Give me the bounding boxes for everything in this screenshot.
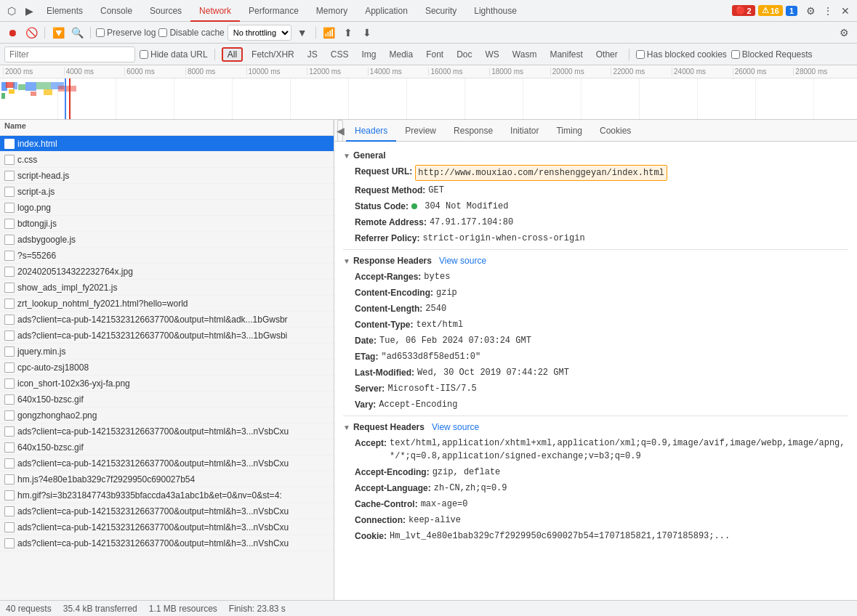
error-badge[interactable]: 🔴 2 (732, 5, 755, 16)
tab-performance[interactable]: Performance (240, 0, 307, 22)
list-item[interactable]: 20240205134322232764x.jpg (0, 264, 334, 280)
list-item[interactable]: ads?client=ca-pub-14215323126637700&outp… (0, 312, 334, 328)
filter-ws-button[interactable]: WS (481, 47, 504, 62)
list-item[interactable]: ads?client=ca-pub-14215323126637700&outp… (0, 455, 334, 471)
divider-2 (343, 416, 848, 416)
request-headers-view-source-link[interactable]: View source (432, 422, 479, 432)
info-badge[interactable]: 1 (786, 6, 797, 16)
filter-js-button[interactable]: JS (303, 47, 322, 62)
disable-cache-checkbox[interactable]: Disable cache (158, 28, 224, 38)
close-devtools-icon[interactable]: ✕ (837, 2, 854, 20)
blocked-requests-checkbox[interactable]: Blocked Requests (731, 49, 813, 60)
tab-cookies[interactable]: Cookies (591, 120, 640, 142)
tab-security[interactable]: Security (417, 0, 465, 22)
list-item[interactable]: 640x150-bzsc.gif (0, 392, 334, 408)
filter-manifest-button[interactable]: Manifest (545, 47, 587, 62)
list-item[interactable]: gongzhonghao2.png (0, 408, 334, 423)
list-item[interactable]: hm.js?4e80e1bab329c7f2929950c690027b54 (0, 471, 334, 487)
filter-input[interactable] (4, 46, 135, 62)
list-item[interactable]: adsbygoogle.js (0, 232, 334, 248)
filter-img-button[interactable]: Img (357, 47, 380, 62)
filter-css-button[interactable]: CSS (326, 47, 353, 62)
tab-lighthouse[interactable]: Lighthouse (465, 0, 526, 22)
tab-headers[interactable]: Headers (346, 120, 396, 142)
list-item[interactable]: ads?client=ca-pub-14215323126637700&outp… (0, 535, 334, 551)
throttle-select[interactable]: No throttling (228, 25, 291, 41)
hide-data-url-checkbox[interactable]: Hide data URL (140, 49, 208, 60)
filter-media-button[interactable]: Media (385, 47, 417, 62)
has-blocked-cookies-checkbox[interactable]: Has blocked cookies (636, 49, 727, 60)
timeline-tick: 8000 ms (185, 68, 246, 76)
disable-cache-input[interactable] (158, 28, 167, 37)
request-list-body[interactable]: index.htmlc.cssscript-head.jsscript-a.js… (0, 136, 334, 600)
list-item[interactable]: zrt_lookup_nohtml_fy2021.html?hello=worl… (0, 296, 334, 312)
tab-network[interactable]: Network (190, 0, 240, 22)
list-item[interactable]: bdtongji.js (0, 216, 334, 232)
response-headers-view-source-link[interactable]: View source (439, 256, 486, 266)
settings-icon[interactable]: ⚙ (802, 2, 819, 20)
response-header-row: Last-Modified:Wed, 30 Oct 2019 07:44:22 … (343, 365, 848, 381)
throttle-down-icon[interactable]: ▼ (294, 25, 310, 41)
preserve-log-input[interactable] (96, 28, 105, 37)
devtools-logo-icon[interactable]: ⬡ (3, 2, 20, 20)
filter-font-button[interactable]: Font (422, 47, 448, 62)
search-icon[interactable]: 🔍 (69, 25, 85, 41)
list-item[interactable]: ads?client=ca-pub-14215323126637700&outp… (0, 503, 334, 519)
tab-response[interactable]: Response (445, 120, 502, 142)
list-item[interactable]: index.html (0, 136, 334, 152)
list-item[interactable]: script-head.js (0, 168, 334, 184)
list-item[interactable]: ads?client=ca-pub-14215323126637700&outp… (0, 519, 334, 535)
network-settings-icon[interactable]: ⚙ (835, 24, 853, 41)
download-icon[interactable]: ⬇ (359, 25, 375, 41)
list-item[interactable]: icon_short-102x36-yxj-fa.png (0, 376, 334, 392)
list-item[interactable]: show_ads_impl_fy2021.js (0, 280, 334, 296)
more-options-icon[interactable]: ⋮ (819, 2, 837, 20)
filter-wasm-button[interactable]: Wasm (508, 47, 542, 62)
tab-console[interactable]: Console (92, 0, 141, 22)
file-icon (4, 267, 15, 277)
filter-fetch-xhr-button[interactable]: Fetch/XHR (247, 47, 299, 62)
has-blocked-cookies-input[interactable] (636, 50, 645, 59)
tab-preview[interactable]: Preview (396, 120, 445, 142)
list-item[interactable]: ads?client=ca-pub-14215323126637700&outp… (0, 328, 334, 344)
record-button[interactable]: ⏺ (4, 25, 20, 41)
response-headers-section-header[interactable]: ▼ Response Headers View source (343, 253, 848, 269)
list-item[interactable]: script-a.js (0, 184, 334, 200)
tab-timing[interactable]: Timing (547, 120, 591, 142)
tab-initiator[interactable]: Initiator (502, 120, 547, 142)
wifi-icon[interactable]: 📶 (321, 25, 337, 41)
filter-icon[interactable]: 🔽 (50, 25, 66, 41)
filter-doc-button[interactable]: Doc (452, 47, 476, 62)
svg-rect-11 (58, 86, 76, 92)
warning-badge[interactable]: ⚠ 16 (758, 5, 783, 16)
list-item[interactable]: cpc-auto-zsj18008 (0, 360, 334, 376)
file-icon (4, 458, 15, 469)
tab-sources[interactable]: Sources (141, 0, 190, 22)
inspect-icon[interactable]: ▶ (20, 2, 38, 20)
list-item[interactable]: jquery.min.js (0, 344, 334, 360)
list-item[interactable]: c.css (0, 152, 334, 168)
filter-other-button[interactable]: Other (592, 47, 622, 62)
general-toggle-icon: ▼ (343, 152, 350, 160)
list-item[interactable]: ?s=55266 (0, 248, 334, 264)
request-headers-section-header[interactable]: ▼ Request Headers View source (343, 419, 848, 435)
blocked-requests-input[interactable] (731, 50, 740, 59)
list-item[interactable]: logo.png (0, 200, 334, 216)
general-section-header[interactable]: ▼ General (343, 147, 848, 163)
list-item[interactable]: ads?client=ca-pub-14215323126637700&outp… (0, 423, 334, 439)
request-url-value[interactable]: http://www.mouxiao.com/renshenggeyan/ind… (415, 165, 667, 181)
details-tab-arrow[interactable]: ◀ (337, 120, 343, 142)
hide-data-url-input[interactable] (140, 50, 148, 59)
list-item[interactable]: 640x150-bzsc.gif (0, 439, 334, 455)
tab-elements[interactable]: Elements (38, 0, 92, 22)
request-name: index.html (17, 139, 329, 149)
upload-icon[interactable]: ⬆ (340, 25, 356, 41)
timeline-chart[interactable] (0, 78, 857, 120)
filter-all-button[interactable]: All (222, 47, 243, 62)
tab-application[interactable]: Application (356, 0, 417, 22)
clear-button[interactable]: 🚫 (23, 25, 39, 41)
request-header-row: Cache-Control:max-age=0 (343, 496, 848, 512)
tab-memory[interactable]: Memory (307, 0, 356, 22)
list-item[interactable]: hm.gif?si=3b231847743b9335bfaccda43a1abc… (0, 487, 334, 503)
preserve-log-checkbox[interactable]: Preserve log (96, 28, 156, 38)
